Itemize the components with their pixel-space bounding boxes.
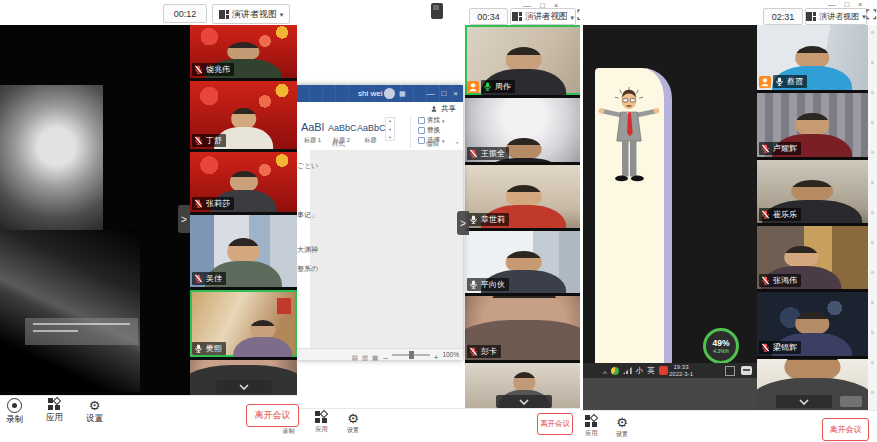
chevron-down-icon	[570, 12, 574, 22]
style-title[interactable]: AaBbC 标题	[357, 117, 384, 145]
speaker-view-button[interactable]: 演讲者视图	[510, 8, 576, 25]
mic-on-icon	[775, 77, 784, 86]
meeting-timer: 00:34	[469, 8, 508, 25]
apps-grid-icon	[585, 415, 598, 428]
floating-tray-icon[interactable]	[431, 3, 443, 19]
speaker-view-icon	[806, 12, 816, 21]
styles-group-label: 样式	[332, 140, 345, 149]
tray-right-icons	[725, 363, 752, 378]
participant-tile[interactable]: 张莉莎	[190, 152, 297, 212]
doc-text-fragment: 整系の	[297, 264, 318, 274]
leave-meeting-button[interactable]: 离开会议	[822, 418, 869, 441]
zoom-out-button[interactable]	[383, 346, 387, 364]
find-icon	[418, 117, 425, 124]
mic-muted-icon	[194, 136, 203, 145]
meeting-toolbar: 应用 设置 离开会议	[580, 410, 877, 442]
participant-name-label: 平向伙	[467, 278, 509, 291]
zoom-slider-thumb[interactable]	[409, 351, 414, 359]
record-button[interactable]: 录制	[6, 398, 23, 426]
replace-icon	[418, 127, 425, 134]
participant-tile[interactable]: 崔乐乐	[757, 160, 868, 223]
tray-square-icon[interactable]	[725, 366, 735, 376]
mic-muted-icon	[194, 199, 203, 208]
participant-tile[interactable]: 周作	[465, 25, 583, 95]
participant-name-label: 彭卡	[467, 345, 501, 358]
minimize-button[interactable]: —	[426, 89, 434, 98]
word-window: shi wei ▦ — □ × 共享 AaBl 标题 1 AaBbC 标题 2	[296, 85, 463, 360]
network-signal-icon[interactable]	[623, 367, 632, 374]
antivirus-tray-icon[interactable]	[611, 367, 619, 375]
doc-text-fragment: 事记」	[297, 210, 318, 220]
participant-tile[interactable]: 张鸿伟	[757, 226, 868, 289]
ribbon-separator	[410, 117, 411, 148]
styles-scroll-buttons[interactable]: ▲▼▼	[385, 117, 395, 141]
leave-meeting-button[interactable]: 离开会议	[537, 413, 573, 435]
mic-on-icon	[483, 82, 492, 91]
participant-tile[interactable]: 章世莉	[465, 165, 583, 228]
document-page	[310, 150, 463, 348]
participant-tile[interactable]: 平向伙	[465, 231, 583, 293]
system-tray: 小 英	[603, 363, 668, 378]
presentation-slide	[595, 68, 672, 363]
tray-expand-icon[interactable]	[603, 362, 607, 380]
participant-tile[interactable]: 饶兆伟	[190, 25, 297, 78]
taskbar-clock[interactable]: 19:33 2022-3-1	[669, 364, 693, 378]
participant-tile-partial[interactable]	[757, 359, 868, 410]
participant-name-label: 张鸿伟	[759, 274, 801, 287]
participant-tile[interactable]: 吴佳	[190, 215, 297, 287]
red-tray-icon[interactable]	[659, 366, 668, 375]
participant-name-label: 王振全	[467, 147, 509, 160]
apps-button[interactable]: 应用	[46, 398, 63, 424]
notification-icon[interactable]	[741, 366, 752, 375]
ribbon-display-icon[interactable]: ▦	[399, 90, 406, 98]
speaker-view-button[interactable]: 演讲者视图	[212, 4, 290, 24]
fullscreen-icon[interactable]	[866, 9, 877, 20]
style-heading1[interactable]: AaBl 标题 1	[299, 117, 326, 145]
participant-tile[interactable]: 卢耀辉	[757, 93, 868, 157]
gear-icon	[346, 411, 360, 425]
maximize-button[interactable]: □	[441, 89, 446, 98]
apps-button[interactable]: 应用	[585, 415, 598, 438]
document-area[interactable]: ごとい 事记」 大渊神 整系の	[296, 150, 463, 348]
participant-tile-partial[interactable]	[190, 360, 297, 395]
settings-button[interactable]: 设置	[615, 415, 629, 439]
meeting-toolbar: 录制 应用 设置 离开会议	[0, 395, 297, 427]
account-avatar[interactable]	[384, 88, 395, 99]
participant-tile[interactable]: 丁舒	[190, 81, 297, 149]
host-badge-icon	[467, 81, 479, 93]
speaker-view-button[interactable]: 演讲者视图	[805, 8, 867, 25]
participant-scrollbar[interactable]	[868, 25, 877, 410]
settings-button[interactable]: 设置	[86, 398, 103, 425]
apps-button[interactable]: 应用	[315, 411, 328, 434]
find-button[interactable]: 查找	[418, 116, 445, 125]
participant-tile[interactable]: 蔡霞	[757, 25, 868, 90]
participant-tile-partial[interactable]	[465, 363, 583, 410]
participant-tile[interactable]: 王振全	[465, 98, 583, 162]
close-button[interactable]: ×	[453, 89, 458, 98]
leave-meeting-button[interactable]: 离开会议	[246, 404, 299, 427]
next-videos-arrow[interactable]: >	[178, 205, 190, 233]
replace-button[interactable]: 替换	[418, 126, 445, 135]
ime-indicator[interactable]: 小	[636, 366, 644, 376]
more-participants-button[interactable]	[216, 380, 272, 393]
more-participants-button[interactable]	[496, 395, 552, 408]
ime-indicator[interactable]: 英	[647, 366, 655, 376]
zoom-in-button[interactable]	[434, 346, 439, 364]
chevron-down-icon	[799, 399, 809, 405]
next-page-arrow[interactable]: >	[457, 211, 469, 235]
battery-widget[interactable]: 49% 4.3%/h	[703, 328, 739, 364]
zoom-slider[interactable]	[392, 354, 430, 356]
document-title: shi wei	[358, 89, 382, 98]
settings-button[interactable]: 设置	[346, 411, 360, 435]
shared-screen: 49% 4.3%/h 小 英 19:33 2022-3-1	[583, 25, 757, 410]
participant-tile[interactable]: 彭卡	[465, 296, 583, 360]
more-participants-button[interactable]	[776, 395, 832, 408]
mic-muted-icon	[194, 274, 203, 283]
participant-name-label: 饶兆伟	[192, 63, 234, 76]
participant-tile[interactable]: 樊熙	[190, 290, 297, 357]
collapse-ribbon-icon[interactable]	[454, 141, 460, 149]
view-mode-icons[interactable]	[352, 346, 380, 364]
participant-tile[interactable]: 梁锦辉	[757, 292, 868, 356]
share-button[interactable]: 共享	[441, 104, 456, 114]
apps-grid-icon	[315, 411, 328, 424]
